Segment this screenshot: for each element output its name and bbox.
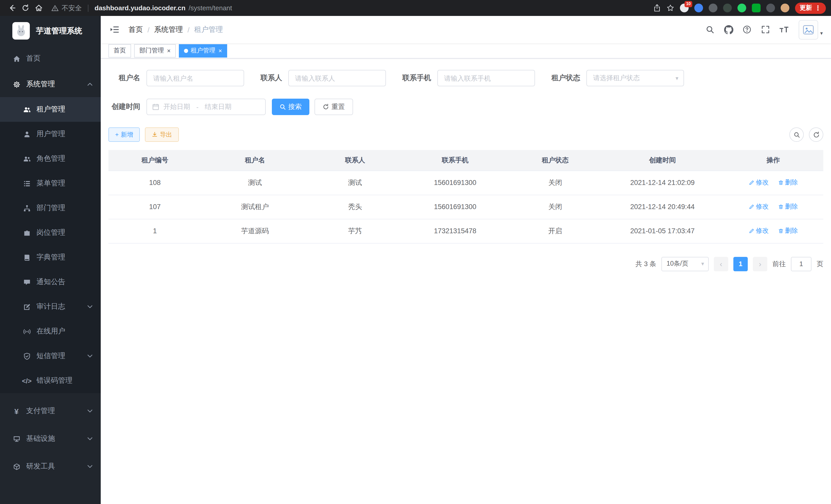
sidebar-item-label: 短信管理 xyxy=(36,351,65,361)
cell-status: 关闭 xyxy=(509,195,602,219)
sidebar-item-dict[interactable]: 字典管理 xyxy=(0,245,101,270)
sidebar-item-post[interactable]: 岗位管理 xyxy=(0,220,101,245)
sidebar-item-menu[interactable]: 菜单管理 xyxy=(0,171,101,196)
close-icon[interactable]: × xyxy=(219,48,222,54)
extension-icon[interactable] xyxy=(738,4,746,12)
browser-home-icon[interactable] xyxy=(32,1,45,14)
goto-page-input[interactable] xyxy=(791,257,811,271)
extension-icon[interactable] xyxy=(766,4,775,12)
reload-icon[interactable] xyxy=(19,1,32,14)
add-button[interactable]: + 新增 xyxy=(109,127,140,142)
share-icon[interactable] xyxy=(653,4,661,12)
question-icon[interactable] xyxy=(738,18,756,41)
url-host: dashboard.yudao.iocoder.cn xyxy=(94,4,185,12)
reset-button[interactable]: 重置 xyxy=(315,99,353,115)
sidebar-item-audit-log[interactable]: 审计日志 xyxy=(0,294,101,319)
sidebar-item-system[interactable]: 系统管理 xyxy=(0,71,101,97)
cell-name: 测试 xyxy=(201,171,309,195)
plus-icon: + xyxy=(115,131,119,138)
sidebar-item-label: 部门管理 xyxy=(36,203,65,213)
tenant-name-input[interactable] xyxy=(146,70,244,86)
page-number-button[interactable]: 1 xyxy=(733,257,748,271)
cell-created: 2021-01-05 17:03:47 xyxy=(602,219,723,243)
sidebar: 芋道管理系统 首页 系统管理 租户管理 xyxy=(0,16,101,504)
notice-message-icon xyxy=(23,278,31,286)
status-select[interactable]: 请选择租户状态 ▾ xyxy=(586,70,684,86)
cell-contact: 芋艿 xyxy=(309,219,402,243)
search-button[interactable]: 搜索 xyxy=(272,99,309,115)
extension-icon[interactable] xyxy=(723,4,732,12)
cell-id: 1 xyxy=(109,219,201,243)
update-button[interactable]: 更新 ⋮ xyxy=(795,2,826,13)
date-range-picker[interactable]: 开始日期 - 结束日期 xyxy=(146,99,266,115)
tab-home[interactable]: 首页 xyxy=(109,44,131,57)
sidebar-item-role[interactable]: 角色管理 xyxy=(0,146,101,171)
extension-icon[interactable] xyxy=(709,4,717,12)
chevron-down-icon xyxy=(87,410,92,413)
sidebar-item-notice[interactable]: 通知公告 xyxy=(0,270,101,294)
calendar-icon xyxy=(152,103,159,111)
column-header: 操作 xyxy=(723,150,823,171)
fullscreen-icon[interactable] xyxy=(756,18,775,41)
search-icon[interactable] xyxy=(701,18,719,41)
font-size-icon[interactable] xyxy=(775,18,794,41)
refresh-icon xyxy=(323,104,329,110)
delete-button[interactable]: 删除 xyxy=(778,202,798,211)
pencil-icon xyxy=(748,180,754,185)
reset-button-label: 重置 xyxy=(332,102,345,112)
tab-dept[interactable]: 部门管理 × xyxy=(134,44,176,57)
toggle-search-icon[interactable] xyxy=(790,127,804,142)
sidebar-item-pay[interactable]: ¥ 支付管理 xyxy=(0,397,101,425)
refresh-icon[interactable] xyxy=(809,127,823,142)
breadcrumb-home[interactable]: 首页 xyxy=(128,25,143,34)
github-icon[interactable] xyxy=(719,18,738,41)
trash-icon xyxy=(778,228,783,234)
search-button-label: 搜索 xyxy=(288,102,302,112)
table-row: 108 测试 测试 15601691300 关闭 2021-12-14 21:0… xyxy=(109,171,823,195)
profile-avatar[interactable] xyxy=(781,4,790,12)
edit-button[interactable]: 修改 xyxy=(748,202,769,211)
extension-icon[interactable]: 10 xyxy=(680,4,689,12)
sidebar-item-online-user[interactable]: 在线用户 xyxy=(0,319,101,344)
breadcrumb-current: 租户管理 xyxy=(194,25,223,34)
delete-button[interactable]: 删除 xyxy=(778,227,798,235)
hamburger-icon[interactable] xyxy=(108,26,121,33)
contact-input[interactable] xyxy=(288,70,386,86)
edit-button[interactable]: 修改 xyxy=(748,178,769,187)
sidebar-item-sms[interactable]: 短信管理 xyxy=(0,344,101,368)
sidebar-item-label: 通知公告 xyxy=(36,277,65,287)
edit-button[interactable]: 修改 xyxy=(748,227,769,235)
phone-input[interactable] xyxy=(437,70,535,86)
sidebar-item-infra[interactable]: 基础设施 xyxy=(0,425,101,453)
sidebar-item-tenant[interactable]: 租户管理 xyxy=(0,97,101,122)
sidebar-item-home[interactable]: 首页 xyxy=(0,46,101,71)
extension-icon[interactable] xyxy=(694,4,703,12)
tenant-table: 租户编号 租户名 联系人 联系手机 租户状态 创建时间 操作 108 测试 xyxy=(109,150,823,243)
page-size-select[interactable]: 10条/页 ▾ xyxy=(661,257,709,271)
breadcrumb: 首页 / 系统管理 / 租户管理 xyxy=(128,25,223,34)
close-icon[interactable]: × xyxy=(167,48,171,54)
export-button[interactable]: 导出 xyxy=(145,127,179,142)
sidebar-item-dev-tool[interactable]: 研发工具 xyxy=(0,453,101,480)
sidebar-item-dept[interactable]: 部门管理 xyxy=(0,196,101,220)
app-logo[interactable]: 芋道管理系统 xyxy=(0,16,101,46)
tab-label: 部门管理 xyxy=(139,46,164,55)
breadcrumb-system[interactable]: 系统管理 xyxy=(154,25,183,34)
warning-icon xyxy=(51,4,59,11)
sidebar-item-error-code[interactable]: </> 错误码管理 xyxy=(0,368,101,393)
tab-tenant[interactable]: 租户管理 × xyxy=(179,44,227,57)
cell-ops: 修改 删除 xyxy=(723,219,823,243)
user-avatar[interactable] xyxy=(799,20,818,39)
sidebar-item-user[interactable]: 用户管理 xyxy=(0,122,101,146)
tab-label: 租户管理 xyxy=(191,46,215,55)
back-icon[interactable] xyxy=(5,1,19,14)
address-bar[interactable]: 不安全 dashboard.yudao.iocoder.cn/system/te… xyxy=(51,3,232,12)
prev-page-button[interactable]: ‹ xyxy=(714,257,728,271)
page-unit: 页 xyxy=(816,259,823,268)
extension-icon[interactable] xyxy=(752,4,761,12)
caret-down-icon[interactable]: ▾ xyxy=(820,30,823,36)
bookmark-star-icon[interactable] xyxy=(666,4,674,12)
next-page-button[interactable]: › xyxy=(753,257,767,271)
delete-button[interactable]: 删除 xyxy=(778,178,798,187)
cell-created: 2021-12-14 20:49:44 xyxy=(602,195,723,219)
